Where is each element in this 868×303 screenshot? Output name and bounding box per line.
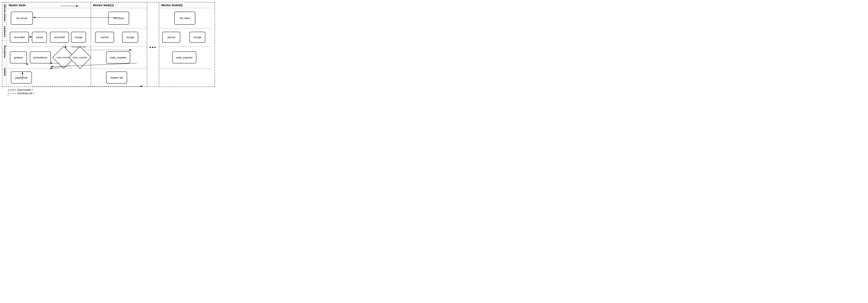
comp-grafana: grafana — [10, 51, 27, 63]
comp-prometheus: prometheus — [30, 51, 51, 63]
cell-workerN-monitoring: node_exporter — [159, 46, 211, 68]
comp-mysql: mysql — [32, 32, 47, 43]
comp-munge-w1: munge — [122, 32, 138, 43]
cell-workerN-scheduler: slurmd munge — [159, 28, 211, 46]
legend-solid-line — [8, 90, 16, 90]
legend-schedules-job-label: Schedules job = — [17, 92, 34, 95]
comp-slurmd-wN: slurmd — [162, 32, 180, 43]
main-diagram: shared storage scheduler monitoring jupy… — [2, 2, 215, 87]
comp-node-exporter-wN: node_exporter — [172, 51, 196, 63]
cell-worker1-shared: nfs client — [91, 8, 147, 28]
row-label-monitoring: monitoring — [2, 40, 7, 63]
comp-jupyterhub: jupyterhub — [11, 72, 32, 84]
column-header-master: Master Node — [7, 2, 91, 8]
legend: Data transfer = Schedules job = — [2, 88, 215, 95]
legend-data-transfer: Data transfer = — [8, 88, 215, 91]
column-worker1: Worker Node(1) nfs client slurmd munge — [91, 2, 147, 86]
comp-slurmdbd: slurmdbd — [10, 32, 29, 43]
row-label-shared: shared storage — [2, 2, 7, 23]
comp-munge-wN: munge — [189, 32, 205, 43]
cell-worker1-monitoring: node_exporter — [91, 46, 147, 68]
comp-nfs-client-w1: nfs client — [108, 12, 129, 25]
comp-nfs-server: nfs server — [11, 12, 33, 25]
row-label-scheduler: scheduler — [2, 23, 7, 40]
cell-master-shared: nfs server — [7, 8, 91, 28]
cell-worker1-scheduler: slurmd munge — [91, 28, 147, 46]
legend-dashed-line — [8, 93, 16, 93]
dots-indicator: ••• — [149, 8, 156, 86]
column-dots: ••• — [147, 2, 159, 86]
legend-data-transfer-label: Data transfer = — [17, 88, 33, 91]
comp-node-exporter-w1: node_exporter — [106, 51, 130, 63]
columns-area: Master Node nfs server slurmdbd mysql — [7, 2, 215, 86]
comp-slurm-exporter: slurm_exporter — [69, 46, 91, 69]
cell-workerN-jupyter — [159, 68, 211, 86]
row-labels: shared storage scheduler monitoring jupy… — [2, 2, 7, 86]
comp-nfs-client-wN: nfs client — [174, 12, 195, 25]
column-workerN: Worker Node(N) nfs client slurmd munge — [159, 2, 211, 86]
row-label-jupyter: jupyter — [2, 63, 7, 81]
column-header-worker1: Worker Node(1) — [91, 2, 147, 8]
cell-master-monitoring: grafana prometheus node_exporter slurm_e… — [7, 46, 91, 68]
diagram-wrapper: shared storage scheduler monitoring jupy… — [2, 2, 215, 95]
comp-slurmd-w1: slurmd — [95, 32, 114, 43]
comp-jupyter-lab: Jupyter lab — [106, 72, 127, 84]
column-master: Master Node nfs server slurmdbd mysql — [7, 2, 91, 86]
column-header-workerN: Worker Node(N) — [159, 2, 211, 8]
cell-master-scheduler: slurmdbd mysql slurmctld munge — [7, 28, 91, 46]
cell-workerN-shared: nfs client — [159, 8, 211, 28]
comp-slurmctld: slurmctld — [50, 32, 69, 43]
comp-munge-master: munge — [71, 32, 86, 43]
cell-worker1-jupyter: Jupyter lab — [91, 68, 147, 86]
cell-master-jupyter: jupyterhub — [7, 68, 91, 86]
legend-schedules-job: Schedules job = — [8, 92, 215, 95]
